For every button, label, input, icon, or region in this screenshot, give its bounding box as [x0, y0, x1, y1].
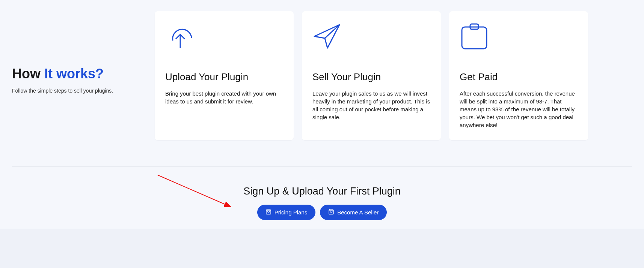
heading-part1: How [12, 66, 44, 81]
svg-rect-3 [462, 27, 487, 49]
card-paid: Get Paid After each successful conversio… [449, 11, 588, 140]
button-label: Become A Seller [337, 209, 379, 216]
svg-line-2 [325, 25, 339, 38]
card-title: Get Paid [460, 71, 578, 83]
card-body: Leave your plugin sales to us as we will… [312, 90, 430, 121]
shopping-bag-icon [328, 209, 334, 216]
paper-plane-icon [312, 23, 342, 51]
clipboard-icon [460, 23, 489, 51]
become-seller-button[interactable]: Become A Seller [320, 205, 387, 220]
cloud-upload-icon [165, 23, 195, 51]
card-body: After each successful conversion, the re… [460, 90, 578, 129]
button-label: Pricing Plans [274, 209, 308, 216]
card-body: Bring your best plugin created with your… [165, 90, 283, 105]
section-subtitle: Follow the simple steps to sell your plu… [12, 88, 155, 94]
pricing-plans-button[interactable]: Pricing Plans [257, 205, 316, 220]
heading-part2: It works? [44, 66, 104, 81]
card-upload: Upload Your Plugin Bring your best plugi… [155, 11, 294, 140]
cta-heading: Sign Up & Upload Your First Plugin [0, 186, 644, 197]
footer-strip [0, 229, 644, 268]
card-title: Upload Your Plugin [165, 71, 283, 83]
card-sell: Sell Your Plugin Leave your plugin sales… [302, 11, 441, 140]
section-heading: How It works? [12, 66, 155, 82]
shopping-bag-icon [265, 209, 271, 216]
card-title: Sell Your Plugin [312, 71, 430, 83]
